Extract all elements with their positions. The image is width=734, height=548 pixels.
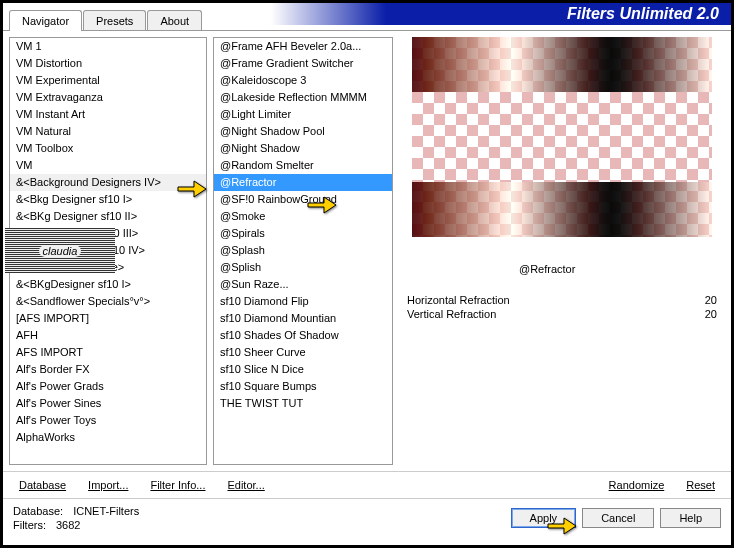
category-item[interactable]: VM Experimental [10,72,206,89]
header-bar: Navigator Presets About Filters Unlimite… [3,3,731,31]
filter-item[interactable]: @Night Shadow Pool [214,123,392,140]
filter-item[interactable]: sf10 Square Bumps [214,378,392,395]
filter-item[interactable]: @SF!0 RainbowGround [214,191,392,208]
filters-value: 3682 [56,519,80,531]
category-item[interactable]: Alf's Power Grads [10,378,206,395]
cancel-button[interactable]: Cancel [582,508,654,528]
main-area: VM 1VM DistortionVM ExperimentalVM Extra… [3,31,731,471]
category-item[interactable]: [AFS IMPORT] [10,310,206,327]
filter-item[interactable]: @Night Shadow [214,140,392,157]
param-row[interactable]: Vertical Refraction20 [399,307,725,321]
category-item[interactable]: &<Background Designers IV> [10,174,206,191]
database-button[interactable]: Database [11,479,74,491]
category-item[interactable]: VM Extravaganza [10,89,206,106]
apply-button[interactable]: Apply [511,508,577,528]
category-item[interactable]: VM [10,157,206,174]
reset-button[interactable]: Reset [678,479,723,491]
randomize-button[interactable]: Randomize [601,479,673,491]
filter-item[interactable]: @Refractor [214,174,392,191]
preview-image [412,37,712,237]
footer: Database: ICNET-Filters Filters: 3682 Ap… [3,499,731,537]
category-item[interactable]: VM 1 [10,38,206,55]
param-value: 20 [705,308,717,320]
filter-item[interactable]: @Sun Raze... [214,276,392,293]
category-item[interactable]: VM Natural [10,123,206,140]
param-value: 20 [705,294,717,306]
filter-item[interactable]: @Lakeside Reflection MMMM [214,89,392,106]
category-item[interactable]: Alf's Power Sines [10,395,206,412]
import-button[interactable]: Import... [80,479,136,491]
category-item[interactable]: &<Sandflower Specials°v°> [10,293,206,310]
filter-item[interactable]: @Frame Gradient Switcher [214,55,392,72]
filter-list[interactable]: @Frame AFH Beveler 2.0a...@Frame Gradien… [213,37,393,465]
tab-strip: Navigator Presets About [9,10,203,31]
filter-item[interactable]: @Light Limiter [214,106,392,123]
tab-presets[interactable]: Presets [83,10,146,31]
filter-item[interactable]: THE TWIST TUT [214,395,392,412]
filter-item[interactable]: @Random Smelter [214,157,392,174]
filter-item[interactable]: sf10 Diamond Flip [214,293,392,310]
category-item[interactable]: Alf's Power Toys [10,412,206,429]
filter-item[interactable]: @Spirals [214,225,392,242]
footer-buttons: Apply Cancel Help [511,508,721,528]
tab-navigator[interactable]: Navigator [9,10,82,31]
filter-item[interactable]: sf10 Sheer Curve [214,344,392,361]
category-item[interactable]: &<BKgDesigner sf10 I> [10,276,206,293]
filter-item[interactable]: sf10 Shades Of Shadow [214,327,392,344]
filter-item[interactable]: @Splish [214,259,392,276]
category-item[interactable]: AFH [10,327,206,344]
help-button[interactable]: Help [660,508,721,528]
category-item[interactable]: &<BKg Designer sf10 II> [10,208,206,225]
footer-info: Database: ICNET-Filters Filters: 3682 [13,505,139,531]
tab-about[interactable]: About [147,10,202,31]
preview-panel: claudia @Refractor Horizontal Refraction… [399,37,725,465]
db-value: ICNET-Filters [73,505,139,517]
category-item[interactable]: &<Bkg Designer sf10 I> [10,191,206,208]
filter-item[interactable]: sf10 Slice N Dice [214,361,392,378]
category-item[interactable]: AlphaWorks [10,429,206,446]
category-item[interactable]: Alf's Border FX [10,361,206,378]
param-label: Horizontal Refraction [407,294,510,306]
toolbar-row: Database Import... Filter Info... Editor… [3,471,731,499]
filter-item[interactable]: @Smoke [214,208,392,225]
category-item[interactable]: AFS IMPORT [10,344,206,361]
filter-item[interactable]: @Kaleidoscope 3 [214,72,392,89]
filter-info-button[interactable]: Filter Info... [142,479,213,491]
selected-filter-name: @Refractor [519,263,575,275]
filter-item[interactable]: @Frame AFH Beveler 2.0a... [214,38,392,55]
editor-button[interactable]: Editor... [219,479,272,491]
filters-label: Filters: [13,519,46,531]
filter-item[interactable]: sf10 Diamond Mountian [214,310,392,327]
db-label: Database: [13,505,63,517]
category-item[interactable]: VM Toolbox [10,140,206,157]
preview-area [399,37,725,257]
param-row[interactable]: Horizontal Refraction20 [399,293,725,307]
param-label: Vertical Refraction [407,308,496,320]
app-title: Filters Unlimited 2.0 [271,3,731,25]
filter-name-row: @Refractor [399,263,725,275]
filter-item[interactable]: @Splash [214,242,392,259]
category-item[interactable]: VM Instant Art [10,106,206,123]
parameter-list: Horizontal Refraction20Vertical Refracti… [399,293,725,321]
category-item[interactable]: VM Distortion [10,55,206,72]
